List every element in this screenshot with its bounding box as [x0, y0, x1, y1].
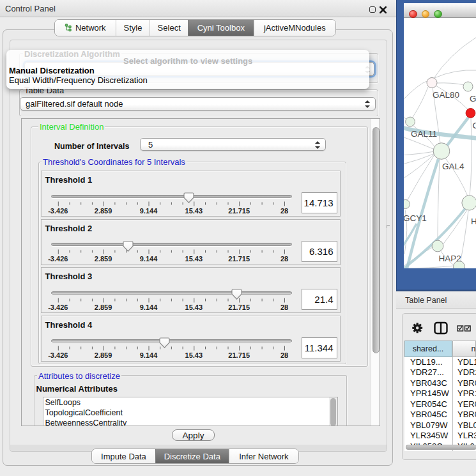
svg-text:H: H [471, 216, 476, 226]
svg-text:GA: GA [470, 93, 476, 103]
svg-text:HAP2: HAP2 [438, 253, 461, 263]
svg-text:C: C [472, 120, 476, 130]
svg-text:GAL4: GAL4 [442, 161, 464, 171]
svg-text:GAL80: GAL80 [433, 89, 459, 99]
svg-text:GAL11: GAL11 [411, 128, 437, 138]
svg-text:GCY1: GCY1 [404, 213, 427, 222]
